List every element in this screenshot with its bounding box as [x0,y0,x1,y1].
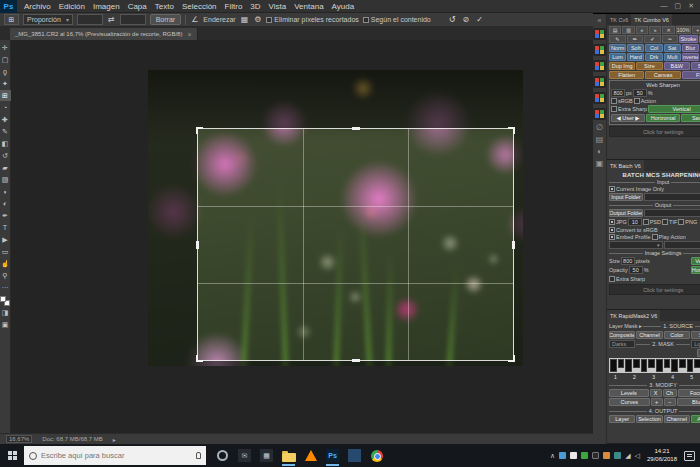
tab-tk-rapidmask2-v6[interactable]: TK RapidMask2 V6 [607,310,660,321]
straighten-icon[interactable]: ∠ [190,15,199,24]
foreground-color-swatch[interactable] [0,296,6,302]
ratio-preset-select[interactable]: Proporción ▾ [23,14,73,25]
input-folder-button[interactable]: Input Folder [609,193,643,201]
zone-key[interactable] [625,359,632,372]
crop-handle-right[interactable] [512,241,515,249]
swap-dimensions-icon[interactable]: ⇄ [107,15,116,24]
maximize-icon[interactable]: ▢ [675,2,682,10]
channel-source-button[interactable]: Channel [636,331,662,339]
more-tools-icon[interactable]: ⋯ [0,282,11,293]
delete-cropped-pixels-checkbox[interactable]: Eliminar píxeles recortados [266,16,358,23]
tk-panel-icon-2[interactable] [593,44,606,56]
dodge-tool[interactable]: ◐ [0,198,11,209]
output-layer-button[interactable]: Layer [609,415,635,423]
zone-key[interactable] [687,359,694,372]
crop-tool-preset-icon[interactable]: ⊞ [4,14,19,25]
png-checkbox[interactable] [678,219,684,225]
settings-hint[interactable]: Click for settings [609,126,700,137]
tray-icon-teal[interactable] [614,452,621,459]
zone-key[interactable] [641,359,648,372]
menu-edicion[interactable]: Edición [55,0,89,13]
disabled-icon[interactable]: ∅ [596,124,603,132]
zone-key[interactable] [671,359,678,372]
output-apply-button[interactable]: Apply [691,415,700,423]
tray-icon-blue[interactable] [559,452,566,459]
sharpen-amount-value[interactable]: 50 [633,89,647,97]
new-doc-button[interactable]: ▥ [622,26,634,34]
lights-dropdown[interactable]: Lights [691,340,700,348]
zoom-level[interactable]: 16,67% [6,435,32,443]
search-input[interactable] [41,451,192,460]
blur-tool[interactable]: ◗ [0,186,11,197]
taskbar-clock[interactable]: 14:21 29/06/2018 [644,448,680,463]
tab-tk-combo-v6[interactable]: TK Combo V6 [631,14,672,25]
extra-sharp-checkbox[interactable] [611,106,617,112]
action-checkbox[interactable] [634,98,640,104]
commit-crop-icon[interactable]: ✓ [476,15,483,24]
current-image-only-checkbox[interactable] [609,186,615,192]
zone-key[interactable] [610,359,617,372]
fs-button[interactable]: FS [682,71,700,79]
blend-hard-button[interactable]: Hard [627,53,644,61]
tray-icon-orange[interactable] [603,452,610,459]
blend-drk-button[interactable]: Drk [645,53,662,61]
content-aware-checkbox[interactable]: Según el contenido [363,16,431,23]
zoom-100-button[interactable]: 100% [676,26,691,34]
blend-mult-button[interactable]: Mult [664,53,681,61]
opacity-value[interactable]: 50 [629,266,643,274]
size-button[interactable]: Size [636,62,662,70]
flatten-button[interactable]: Flatten [609,71,644,79]
user-preset-cycler[interactable]: ◀ User ▶ [611,114,645,122]
tab-close-icon[interactable]: × [187,31,191,38]
vertical-button[interactable]: Vertical [691,257,700,265]
lasso-tool[interactable]: ϙ [0,66,11,77]
save-button[interactable]: Save [691,62,700,70]
shape-tool[interactable]: ▭ [0,246,11,257]
tk-panel-icon-5[interactable] [593,92,606,104]
tk-panel-icon-1[interactable] [593,28,606,40]
menu-ventana[interactable]: Ventana [290,0,327,13]
blend-norm-button[interactable]: Norm [609,44,626,52]
tk-panel-icon-3[interactable] [593,60,606,72]
brush-tool[interactable]: ✎ [0,126,11,137]
path-selection-tool[interactable]: ▶ [0,234,11,245]
start-button[interactable] [0,444,24,467]
blur-button[interactable]: Blur [682,44,699,52]
inverse-button[interactable]: Inverse [682,53,699,61]
brush-green-button[interactable]: ✐ [644,35,661,43]
crop-handle-bottom-right[interactable] [508,355,515,362]
zone-key[interactable] [633,359,640,368]
overlay-grid-icon[interactable]: ▦ [240,15,250,24]
color-swatches[interactable] [0,296,10,306]
tray-expand-icon[interactable]: ∧ [550,452,555,459]
microphone-icon[interactable] [196,452,201,459]
clear-button[interactable]: Borrar [150,14,181,25]
zone-key[interactable] [618,359,625,368]
curves-button[interactable]: Curves [609,398,650,406]
cancel-mask-button[interactable]: X [650,389,662,397]
input-folder-dropdown[interactable]: ✕ [644,193,700,201]
sharpen-size-value[interactable]: 800 [611,89,625,97]
add-mask-button[interactable]: + [651,398,663,406]
zone-key[interactable] [664,359,671,368]
zoom-tool[interactable]: ⚲ [0,270,11,281]
canvas-button[interactable]: Canvas [645,71,680,79]
move-tool[interactable]: ✛ [0,42,11,53]
tab-tk-cv6[interactable]: TK Cv6 [607,14,631,25]
volume-icon[interactable]: ◁ [635,452,640,459]
convert-srgb-checkbox[interactable] [609,227,615,233]
horizontal-button[interactable]: Horizontal [691,266,700,274]
tray-icon-green[interactable] [581,452,588,459]
jpg-quality-value[interactable]: 10 [628,218,642,226]
app-chrome[interactable] [368,445,385,466]
marquee-tool[interactable]: ▢ [0,54,11,65]
zoom-in-button[interactable]: + [692,26,700,34]
play-action-checkbox[interactable] [652,234,658,240]
cancel-crop-icon[interactable]: ⊘ [462,15,469,24]
profile-dropdown[interactable]: ▾ [609,241,663,249]
eraser-tool[interactable]: ▰ [0,162,11,173]
tif-checkbox[interactable] [662,219,668,225]
bw-button[interactable]: B&W [664,62,690,70]
tray-icon-white[interactable] [570,452,577,459]
srgb-checkbox[interactable] [611,98,617,104]
